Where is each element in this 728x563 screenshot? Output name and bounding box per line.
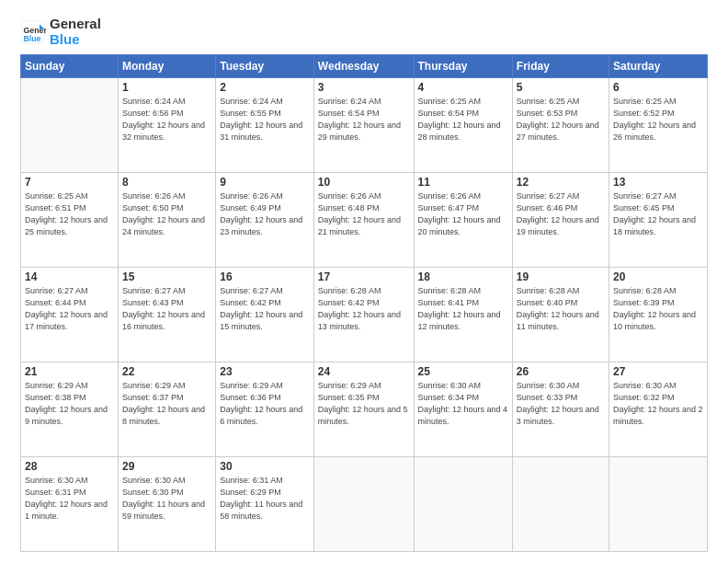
calendar-cell: 10Sunrise: 6:26 AMSunset: 6:48 PMDayligh… — [313, 173, 414, 268]
day-number: 12 — [517, 176, 605, 189]
day-number: 7 — [25, 176, 114, 189]
day-info: Sunrise: 6:30 AMSunset: 6:33 PMDaylight:… — [517, 380, 605, 428]
day-number: 4 — [418, 81, 508, 94]
day-number: 2 — [220, 81, 310, 94]
weekday-header-tuesday: Tuesday — [216, 55, 314, 78]
calendar-cell: 22Sunrise: 6:29 AMSunset: 6:37 PMDayligh… — [119, 362, 216, 457]
day-number: 1 — [122, 81, 211, 94]
day-info: Sunrise: 6:30 AMSunset: 6:31 PMDaylight:… — [25, 475, 114, 523]
day-info: Sunrise: 6:29 AMSunset: 6:37 PMDaylight:… — [122, 380, 211, 428]
calendar-cell: 4Sunrise: 6:25 AMSunset: 6:54 PMDaylight… — [414, 78, 512, 173]
day-info: Sunrise: 6:30 AMSunset: 6:30 PMDaylight:… — [122, 475, 211, 523]
day-number: 14 — [25, 270, 114, 283]
day-info: Sunrise: 6:29 AMSunset: 6:38 PMDaylight:… — [25, 380, 114, 428]
day-info: Sunrise: 6:27 AMSunset: 6:44 PMDaylight:… — [25, 285, 114, 333]
calendar-cell: 11Sunrise: 6:26 AMSunset: 6:47 PMDayligh… — [414, 173, 512, 268]
day-number: 3 — [318, 81, 410, 94]
day-number: 17 — [318, 270, 410, 283]
week-row-3: 14Sunrise: 6:27 AMSunset: 6:44 PMDayligh… — [21, 268, 708, 362]
calendar-cell: 20Sunrise: 6:28 AMSunset: 6:39 PMDayligh… — [609, 268, 708, 362]
day-info: Sunrise: 6:29 AMSunset: 6:36 PMDaylight:… — [220, 380, 310, 428]
calendar-cell: 6Sunrise: 6:25 AMSunset: 6:52 PMDaylight… — [609, 78, 708, 173]
day-number: 5 — [517, 81, 605, 94]
day-number: 29 — [122, 460, 211, 473]
weekday-header-thursday: Thursday — [414, 55, 512, 78]
calendar-body: 1Sunrise: 6:24 AMSunset: 6:56 PMDaylight… — [21, 78, 708, 552]
day-number: 15 — [122, 270, 211, 283]
calendar-cell — [414, 457, 512, 552]
calendar-cell: 19Sunrise: 6:28 AMSunset: 6:40 PMDayligh… — [512, 268, 609, 362]
calendar-cell: 21Sunrise: 6:29 AMSunset: 6:38 PMDayligh… — [21, 362, 119, 457]
calendar-cell — [609, 457, 708, 552]
day-info: Sunrise: 6:28 AMSunset: 6:41 PMDaylight:… — [418, 285, 508, 333]
day-info: Sunrise: 6:27 AMSunset: 6:45 PMDaylight:… — [613, 190, 703, 238]
calendar-cell: 16Sunrise: 6:27 AMSunset: 6:42 PMDayligh… — [216, 268, 314, 362]
day-info: Sunrise: 6:30 AMSunset: 6:34 PMDaylight:… — [418, 380, 508, 428]
page: General Blue General Blue SundayMondayTu… — [0, 0, 728, 563]
logo-text: General Blue — [50, 17, 101, 47]
day-info: Sunrise: 6:24 AMSunset: 6:56 PMDaylight:… — [122, 96, 211, 144]
calendar-cell: 30Sunrise: 6:31 AMSunset: 6:29 PMDayligh… — [216, 457, 314, 552]
day-info: Sunrise: 6:26 AMSunset: 6:48 PMDaylight:… — [318, 190, 410, 238]
week-row-5: 28Sunrise: 6:30 AMSunset: 6:31 PMDayligh… — [21, 457, 708, 552]
header: General Blue General Blue — [20, 17, 708, 47]
day-info: Sunrise: 6:28 AMSunset: 6:42 PMDaylight:… — [318, 285, 410, 333]
day-number: 22 — [122, 365, 211, 378]
day-number: 9 — [220, 176, 310, 189]
day-number: 8 — [122, 176, 211, 189]
weekday-header-monday: Monday — [119, 55, 216, 78]
weekday-header: SundayMondayTuesdayWednesdayThursdayFrid… — [21, 55, 708, 78]
day-number: 13 — [613, 176, 703, 189]
calendar-cell: 13Sunrise: 6:27 AMSunset: 6:45 PMDayligh… — [609, 173, 708, 268]
calendar-cell — [21, 78, 119, 173]
day-number: 23 — [220, 365, 310, 378]
weekday-header-friday: Friday — [512, 55, 609, 78]
calendar-cell — [313, 457, 414, 552]
calendar-cell: 3Sunrise: 6:24 AMSunset: 6:54 PMDaylight… — [313, 78, 414, 173]
day-number: 16 — [220, 270, 310, 283]
svg-text:Blue: Blue — [24, 33, 41, 42]
day-number: 27 — [613, 365, 703, 378]
day-info: Sunrise: 6:25 AMSunset: 6:51 PMDaylight:… — [25, 190, 114, 238]
calendar-cell: 28Sunrise: 6:30 AMSunset: 6:31 PMDayligh… — [21, 457, 119, 552]
day-info: Sunrise: 6:27 AMSunset: 6:42 PMDaylight:… — [220, 285, 310, 333]
calendar-cell: 24Sunrise: 6:29 AMSunset: 6:35 PMDayligh… — [313, 362, 414, 457]
weekday-header-saturday: Saturday — [609, 55, 708, 78]
day-info: Sunrise: 6:31 AMSunset: 6:29 PMDaylight:… — [220, 475, 310, 523]
calendar-cell: 25Sunrise: 6:30 AMSunset: 6:34 PMDayligh… — [414, 362, 512, 457]
calendar-cell: 7Sunrise: 6:25 AMSunset: 6:51 PMDaylight… — [21, 173, 119, 268]
logo: General Blue General Blue — [20, 17, 101, 47]
day-info: Sunrise: 6:28 AMSunset: 6:40 PMDaylight:… — [517, 285, 605, 333]
day-number: 24 — [318, 365, 410, 378]
week-row-4: 21Sunrise: 6:29 AMSunset: 6:38 PMDayligh… — [21, 362, 708, 457]
day-number: 11 — [418, 176, 508, 189]
day-number: 19 — [517, 270, 605, 283]
calendar-cell: 9Sunrise: 6:26 AMSunset: 6:49 PMDaylight… — [216, 173, 314, 268]
week-row-2: 7Sunrise: 6:25 AMSunset: 6:51 PMDaylight… — [21, 173, 708, 268]
day-number: 25 — [418, 365, 508, 378]
day-info: Sunrise: 6:24 AMSunset: 6:55 PMDaylight:… — [220, 96, 310, 144]
day-info: Sunrise: 6:27 AMSunset: 6:46 PMDaylight:… — [517, 190, 605, 238]
weekday-header-sunday: Sunday — [21, 55, 119, 78]
calendar-cell: 23Sunrise: 6:29 AMSunset: 6:36 PMDayligh… — [216, 362, 314, 457]
calendar-cell — [512, 457, 609, 552]
day-info: Sunrise: 6:30 AMSunset: 6:32 PMDaylight:… — [613, 380, 703, 428]
calendar-cell: 2Sunrise: 6:24 AMSunset: 6:55 PMDaylight… — [216, 78, 314, 173]
calendar-cell: 15Sunrise: 6:27 AMSunset: 6:43 PMDayligh… — [119, 268, 216, 362]
calendar-cell: 12Sunrise: 6:27 AMSunset: 6:46 PMDayligh… — [512, 173, 609, 268]
day-number: 26 — [517, 365, 605, 378]
day-info: Sunrise: 6:26 AMSunset: 6:47 PMDaylight:… — [418, 190, 508, 238]
day-number: 6 — [613, 81, 703, 94]
calendar: SundayMondayTuesdayWednesdayThursdayFrid… — [20, 54, 708, 552]
day-number: 28 — [25, 460, 114, 473]
day-number: 21 — [25, 365, 114, 378]
calendar-cell: 14Sunrise: 6:27 AMSunset: 6:44 PMDayligh… — [21, 268, 119, 362]
day-info: Sunrise: 6:26 AMSunset: 6:50 PMDaylight:… — [122, 190, 211, 238]
day-number: 10 — [318, 176, 410, 189]
day-number: 18 — [418, 270, 508, 283]
calendar-cell: 8Sunrise: 6:26 AMSunset: 6:50 PMDaylight… — [119, 173, 216, 268]
weekday-header-wednesday: Wednesday — [313, 55, 414, 78]
calendar-cell: 27Sunrise: 6:30 AMSunset: 6:32 PMDayligh… — [609, 362, 708, 457]
day-info: Sunrise: 6:24 AMSunset: 6:54 PMDaylight:… — [318, 96, 410, 144]
day-info: Sunrise: 6:29 AMSunset: 6:35 PMDaylight:… — [318, 380, 410, 428]
